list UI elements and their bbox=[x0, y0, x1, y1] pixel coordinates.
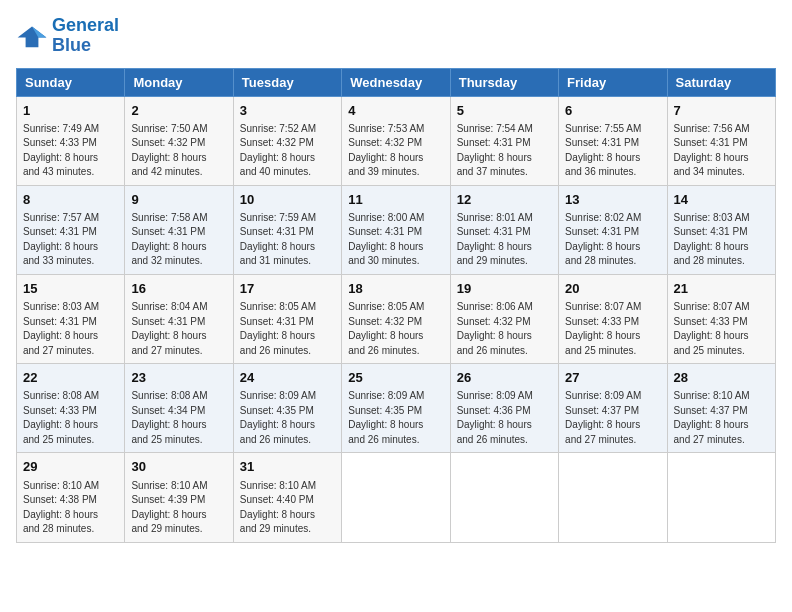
empty-cell bbox=[667, 453, 775, 542]
day-info: Sunrise: 7:58 AM Sunset: 4:31 PM Dayligh… bbox=[131, 211, 226, 269]
col-header-saturday: Saturday bbox=[667, 68, 775, 96]
day-info: Sunrise: 7:50 AM Sunset: 4:32 PM Dayligh… bbox=[131, 122, 226, 180]
calendar-day-1: 1Sunrise: 7:49 AM Sunset: 4:33 PM Daylig… bbox=[17, 96, 125, 185]
day-number: 30 bbox=[131, 458, 226, 476]
calendar-day-11: 11Sunrise: 8:00 AM Sunset: 4:31 PM Dayli… bbox=[342, 185, 450, 274]
calendar-day-31: 31Sunrise: 8:10 AM Sunset: 4:40 PM Dayli… bbox=[233, 453, 341, 542]
day-info: Sunrise: 8:05 AM Sunset: 4:32 PM Dayligh… bbox=[348, 300, 443, 358]
calendar-day-24: 24Sunrise: 8:09 AM Sunset: 4:35 PM Dayli… bbox=[233, 364, 341, 453]
day-info: Sunrise: 8:04 AM Sunset: 4:31 PM Dayligh… bbox=[131, 300, 226, 358]
day-number: 17 bbox=[240, 280, 335, 298]
calendar-header: SundayMondayTuesdayWednesdayThursdayFrid… bbox=[17, 68, 776, 96]
logo-text: General Blue bbox=[52, 16, 119, 56]
day-info: Sunrise: 8:10 AM Sunset: 4:37 PM Dayligh… bbox=[674, 389, 769, 447]
calendar-week-5: 29Sunrise: 8:10 AM Sunset: 4:38 PM Dayli… bbox=[17, 453, 776, 542]
day-number: 13 bbox=[565, 191, 660, 209]
day-info: Sunrise: 8:02 AM Sunset: 4:31 PM Dayligh… bbox=[565, 211, 660, 269]
day-info: Sunrise: 8:00 AM Sunset: 4:31 PM Dayligh… bbox=[348, 211, 443, 269]
day-info: Sunrise: 8:09 AM Sunset: 4:35 PM Dayligh… bbox=[348, 389, 443, 447]
calendar-day-3: 3Sunrise: 7:52 AM Sunset: 4:32 PM Daylig… bbox=[233, 96, 341, 185]
day-number: 12 bbox=[457, 191, 552, 209]
calendar-week-4: 22Sunrise: 8:08 AM Sunset: 4:33 PM Dayli… bbox=[17, 364, 776, 453]
day-number: 14 bbox=[674, 191, 769, 209]
calendar-day-26: 26Sunrise: 8:09 AM Sunset: 4:36 PM Dayli… bbox=[450, 364, 558, 453]
calendar-day-15: 15Sunrise: 8:03 AM Sunset: 4:31 PM Dayli… bbox=[17, 274, 125, 363]
calendar-week-3: 15Sunrise: 8:03 AM Sunset: 4:31 PM Dayli… bbox=[17, 274, 776, 363]
day-info: Sunrise: 8:08 AM Sunset: 4:34 PM Dayligh… bbox=[131, 389, 226, 447]
calendar-day-13: 13Sunrise: 8:02 AM Sunset: 4:31 PM Dayli… bbox=[559, 185, 667, 274]
calendar-day-10: 10Sunrise: 7:59 AM Sunset: 4:31 PM Dayli… bbox=[233, 185, 341, 274]
calendar-day-25: 25Sunrise: 8:09 AM Sunset: 4:35 PM Dayli… bbox=[342, 364, 450, 453]
empty-cell bbox=[450, 453, 558, 542]
calendar-day-8: 8Sunrise: 7:57 AM Sunset: 4:31 PM Daylig… bbox=[17, 185, 125, 274]
day-number: 10 bbox=[240, 191, 335, 209]
calendar-day-18: 18Sunrise: 8:05 AM Sunset: 4:32 PM Dayli… bbox=[342, 274, 450, 363]
day-number: 1 bbox=[23, 102, 118, 120]
day-number: 29 bbox=[23, 458, 118, 476]
day-number: 16 bbox=[131, 280, 226, 298]
col-header-sunday: Sunday bbox=[17, 68, 125, 96]
calendar-day-9: 9Sunrise: 7:58 AM Sunset: 4:31 PM Daylig… bbox=[125, 185, 233, 274]
calendar-day-22: 22Sunrise: 8:08 AM Sunset: 4:33 PM Dayli… bbox=[17, 364, 125, 453]
day-number: 20 bbox=[565, 280, 660, 298]
day-number: 22 bbox=[23, 369, 118, 387]
calendar-day-6: 6Sunrise: 7:55 AM Sunset: 4:31 PM Daylig… bbox=[559, 96, 667, 185]
empty-cell bbox=[342, 453, 450, 542]
calendar-day-23: 23Sunrise: 8:08 AM Sunset: 4:34 PM Dayli… bbox=[125, 364, 233, 453]
day-number: 27 bbox=[565, 369, 660, 387]
col-header-friday: Friday bbox=[559, 68, 667, 96]
day-info: Sunrise: 8:01 AM Sunset: 4:31 PM Dayligh… bbox=[457, 211, 552, 269]
day-number: 18 bbox=[348, 280, 443, 298]
day-info: Sunrise: 8:07 AM Sunset: 4:33 PM Dayligh… bbox=[674, 300, 769, 358]
col-header-monday: Monday bbox=[125, 68, 233, 96]
calendar-week-2: 8Sunrise: 7:57 AM Sunset: 4:31 PM Daylig… bbox=[17, 185, 776, 274]
day-number: 11 bbox=[348, 191, 443, 209]
day-info: Sunrise: 7:49 AM Sunset: 4:33 PM Dayligh… bbox=[23, 122, 118, 180]
day-number: 28 bbox=[674, 369, 769, 387]
empty-cell bbox=[559, 453, 667, 542]
calendar-day-19: 19Sunrise: 8:06 AM Sunset: 4:32 PM Dayli… bbox=[450, 274, 558, 363]
calendar-day-27: 27Sunrise: 8:09 AM Sunset: 4:37 PM Dayli… bbox=[559, 364, 667, 453]
calendar-day-30: 30Sunrise: 8:10 AM Sunset: 4:39 PM Dayli… bbox=[125, 453, 233, 542]
page-header: General Blue bbox=[16, 16, 776, 56]
day-info: Sunrise: 7:53 AM Sunset: 4:32 PM Dayligh… bbox=[348, 122, 443, 180]
calendar-day-29: 29Sunrise: 8:10 AM Sunset: 4:38 PM Dayli… bbox=[17, 453, 125, 542]
day-info: Sunrise: 8:03 AM Sunset: 4:31 PM Dayligh… bbox=[23, 300, 118, 358]
day-info: Sunrise: 7:54 AM Sunset: 4:31 PM Dayligh… bbox=[457, 122, 552, 180]
calendar-day-14: 14Sunrise: 8:03 AM Sunset: 4:31 PM Dayli… bbox=[667, 185, 775, 274]
day-info: Sunrise: 7:59 AM Sunset: 4:31 PM Dayligh… bbox=[240, 211, 335, 269]
day-info: Sunrise: 7:52 AM Sunset: 4:32 PM Dayligh… bbox=[240, 122, 335, 180]
day-number: 24 bbox=[240, 369, 335, 387]
day-number: 31 bbox=[240, 458, 335, 476]
day-number: 9 bbox=[131, 191, 226, 209]
day-info: Sunrise: 8:10 AM Sunset: 4:38 PM Dayligh… bbox=[23, 479, 118, 537]
calendar-day-17: 17Sunrise: 8:05 AM Sunset: 4:31 PM Dayli… bbox=[233, 274, 341, 363]
day-number: 4 bbox=[348, 102, 443, 120]
day-number: 8 bbox=[23, 191, 118, 209]
day-info: Sunrise: 8:09 AM Sunset: 4:36 PM Dayligh… bbox=[457, 389, 552, 447]
day-number: 6 bbox=[565, 102, 660, 120]
day-number: 15 bbox=[23, 280, 118, 298]
day-info: Sunrise: 8:08 AM Sunset: 4:33 PM Dayligh… bbox=[23, 389, 118, 447]
day-info: Sunrise: 8:07 AM Sunset: 4:33 PM Dayligh… bbox=[565, 300, 660, 358]
day-number: 7 bbox=[674, 102, 769, 120]
day-info: Sunrise: 7:57 AM Sunset: 4:31 PM Dayligh… bbox=[23, 211, 118, 269]
day-info: Sunrise: 8:06 AM Sunset: 4:32 PM Dayligh… bbox=[457, 300, 552, 358]
calendar-day-21: 21Sunrise: 8:07 AM Sunset: 4:33 PM Dayli… bbox=[667, 274, 775, 363]
day-info: Sunrise: 8:09 AM Sunset: 4:37 PM Dayligh… bbox=[565, 389, 660, 447]
calendar-day-12: 12Sunrise: 8:01 AM Sunset: 4:31 PM Dayli… bbox=[450, 185, 558, 274]
col-header-wednesday: Wednesday bbox=[342, 68, 450, 96]
day-number: 25 bbox=[348, 369, 443, 387]
day-number: 2 bbox=[131, 102, 226, 120]
day-number: 23 bbox=[131, 369, 226, 387]
calendar-day-20: 20Sunrise: 8:07 AM Sunset: 4:33 PM Dayli… bbox=[559, 274, 667, 363]
calendar-day-7: 7Sunrise: 7:56 AM Sunset: 4:31 PM Daylig… bbox=[667, 96, 775, 185]
day-info: Sunrise: 8:09 AM Sunset: 4:35 PM Dayligh… bbox=[240, 389, 335, 447]
calendar-day-16: 16Sunrise: 8:04 AM Sunset: 4:31 PM Dayli… bbox=[125, 274, 233, 363]
day-info: Sunrise: 8:10 AM Sunset: 4:39 PM Dayligh… bbox=[131, 479, 226, 537]
day-info: Sunrise: 7:55 AM Sunset: 4:31 PM Dayligh… bbox=[565, 122, 660, 180]
day-number: 26 bbox=[457, 369, 552, 387]
day-info: Sunrise: 8:03 AM Sunset: 4:31 PM Dayligh… bbox=[674, 211, 769, 269]
day-number: 5 bbox=[457, 102, 552, 120]
col-header-tuesday: Tuesday bbox=[233, 68, 341, 96]
